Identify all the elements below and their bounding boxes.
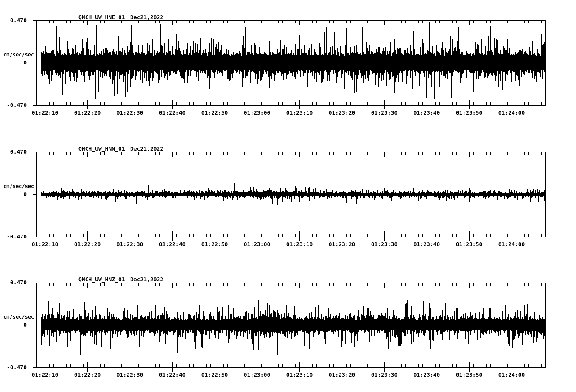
x-tick-label: 01:24:00 [495, 372, 528, 378]
x-tick-label: 01:23:30 [367, 109, 401, 116]
x-tick-label: 01:23:50 [452, 372, 486, 378]
x-tick-label: 01:23:20 [325, 241, 359, 248]
panel-station-label: QNCH_UW_HNZ_01 [78, 277, 125, 283]
x-tick-label: 01:23:50 [452, 109, 486, 116]
x-tick-label: 01:23:00 [240, 241, 274, 248]
y-tick-label-zero: 0 [0, 322, 27, 328]
x-tick-label: 01:22:50 [198, 109, 232, 116]
x-tick-label: 01:22:30 [113, 372, 147, 378]
y-axis-units-label: cm/sec/sec [3, 314, 34, 320]
panel-date-label: Dec21,2022 [130, 277, 163, 283]
x-tick-label: 01:22:50 [198, 241, 232, 248]
x-tick-label: 01:24:00 [495, 241, 528, 248]
x-tick-label: 01:23:10 [282, 109, 316, 116]
x-tick-label: 01:22:50 [198, 372, 232, 378]
x-tick-label: 01:22:30 [113, 241, 147, 248]
x-tick-label: 01:23:20 [325, 109, 359, 116]
x-tick-label: 01:23:40 [410, 241, 444, 248]
x-tick-label: 01:22:10 [28, 241, 62, 248]
x-tick-label: 01:23:00 [240, 109, 274, 116]
x-tick-label: 01:23:30 [367, 372, 401, 378]
x-tick-label: 01:22:10 [28, 109, 62, 116]
x-tick-label: 01:22:10 [28, 372, 62, 378]
x-tick-label: 01:22:40 [155, 109, 189, 116]
x-tick-label: 01:23:40 [410, 109, 444, 116]
x-tick-label: 01:23:10 [282, 241, 316, 248]
y-tick-label-min: -0.470 [0, 364, 27, 371]
x-tick-label: 01:22:40 [155, 241, 189, 248]
x-tick-label: 01:23:10 [282, 372, 316, 378]
x-tick-label: 01:23:50 [452, 241, 486, 248]
x-tick-label: 01:22:40 [155, 372, 189, 378]
x-tick-label: 01:22:30 [113, 109, 147, 116]
x-tick-label: 01:22:20 [70, 241, 104, 248]
x-tick-label: 01:23:00 [240, 372, 274, 378]
seismogram-panel-hnz: QNCH_UW_HNZ_01 Dec21,2022 0.470 cm/sec/s… [0, 0, 576, 392]
seismogram-page: QNCH_UW_HNE_01 Dec21,2022 0.470 cm/sec/s… [0, 0, 576, 392]
x-tick-label: 01:22:20 [70, 372, 104, 378]
y-tick-label-max: 0.470 [0, 279, 27, 286]
x-tick-label: 01:23:20 [325, 372, 359, 378]
x-tick-label: 01:22:20 [70, 109, 104, 116]
x-tick-label: 01:24:00 [495, 109, 528, 116]
x-tick-label: 01:23:30 [367, 241, 401, 248]
x-tick-label: 01:23:40 [410, 372, 444, 378]
